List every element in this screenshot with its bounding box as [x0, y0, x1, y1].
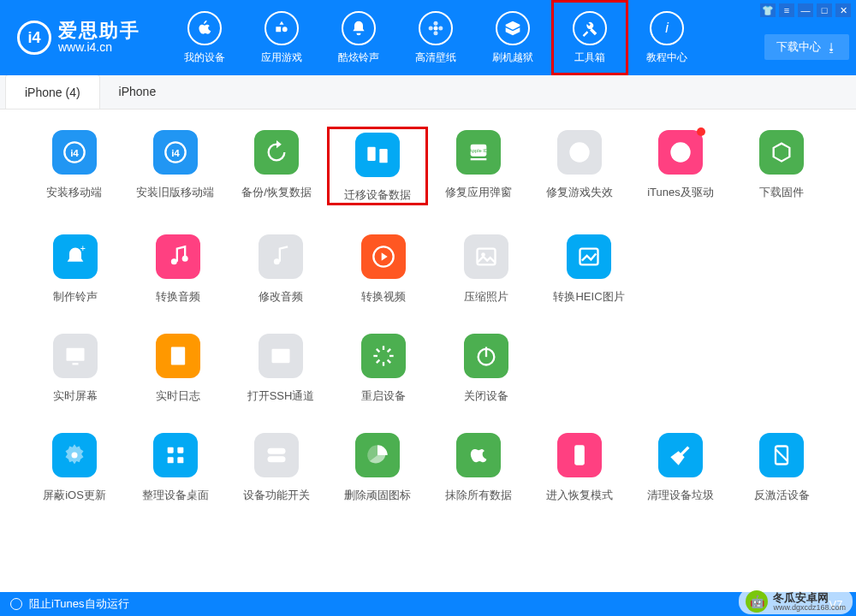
- tool-heic[interactable]: 转换HEIC图片: [538, 231, 640, 305]
- nav-bell[interactable]: 酷炫铃声: [320, 0, 397, 75]
- appstore-icon: [557, 130, 602, 175]
- tool-gear[interactable]: 屏蔽iOS更新: [24, 429, 125, 503]
- tool-label: 转换HEIC图片: [553, 289, 624, 305]
- nav-label: 刷机越狱: [492, 50, 533, 65]
- nav-label: 教程中心: [646, 50, 687, 65]
- deactivate-icon: [759, 433, 804, 477]
- nav-tools[interactable]: 工具箱: [551, 0, 628, 75]
- ssh-icon: [259, 334, 303, 378]
- logo-icon: [153, 130, 198, 175]
- transfer-icon: [355, 133, 400, 177]
- device-tab[interactable]: iPhone (4): [5, 74, 100, 109]
- nav-apps[interactable]: 应用游戏: [243, 0, 320, 75]
- nav-info[interactable]: 教程中心: [628, 0, 705, 75]
- flower-icon: [419, 11, 453, 45]
- tool-itunes[interactable]: iTunes及驱动: [630, 127, 731, 205]
- tool-label: 实时日志: [156, 388, 200, 404]
- tool-transfer[interactable]: 迁移设备数据: [327, 127, 428, 205]
- itunes-icon: [658, 130, 703, 175]
- shirt-icon[interactable]: 👕: [760, 3, 776, 17]
- minimize-button[interactable]: —: [798, 3, 813, 17]
- tool-bellplus[interactable]: 制作铃声: [24, 231, 127, 305]
- info-icon: [650, 11, 684, 45]
- logo-icon: i4: [17, 21, 51, 55]
- nav-flower[interactable]: 高清壁纸: [397, 0, 474, 75]
- tools-icon: [573, 11, 607, 45]
- watermark-icon: 🤖: [746, 590, 768, 613]
- tool-monitor[interactable]: 实时屏幕: [24, 330, 127, 404]
- restore-icon: [254, 130, 299, 175]
- download-center-label: 下载中心: [776, 39, 821, 55]
- tool-label: 下载固件: [759, 185, 804, 200]
- app-logo: i4 爱思助手 www.i4.cn: [17, 21, 140, 55]
- tool-label: 打开SSH通道: [247, 388, 315, 404]
- log-icon: [156, 334, 200, 378]
- nav-box[interactable]: 刷机越狱: [474, 0, 551, 75]
- heic-icon: [567, 234, 611, 279]
- tool-music[interactable]: 转换音频: [127, 231, 229, 305]
- broom-icon: [658, 433, 703, 477]
- device-tab[interactable]: iPhone: [100, 74, 175, 109]
- status-indicator-icon: [10, 598, 22, 610]
- tool-label: 实时屏幕: [53, 388, 98, 404]
- menu-button[interactable]: ≡: [779, 3, 794, 17]
- tool-label: 迁移设备数据: [344, 187, 411, 203]
- tool-image[interactable]: 压缩照片: [435, 231, 538, 305]
- nav-label: 我的设备: [184, 50, 225, 65]
- tool-applebite[interactable]: 抹除所有数据: [428, 429, 529, 503]
- phone-icon: [557, 433, 602, 477]
- tool-logo[interactable]: 安装旧版移动端: [125, 127, 226, 205]
- tool-deactivate[interactable]: 反激活设备: [731, 429, 832, 503]
- tool-appleid[interactable]: 修复应用弹窗: [428, 127, 529, 205]
- download-center-button[interactable]: 下载中心 ⭳: [764, 34, 849, 60]
- tool-label: iTunes及驱动: [647, 185, 714, 200]
- watermark: 🤖 冬瓜安卓网 www.dgxcdz168.com: [739, 589, 853, 614]
- tool-ssh[interactable]: 打开SSH通道: [229, 330, 332, 404]
- status-bar: 阻止iTunes自动运行 V7.: [0, 592, 856, 616]
- monitor-icon: [53, 334, 98, 378]
- tool-log[interactable]: 实时日志: [127, 330, 229, 404]
- tool-label: 设备功能开关: [243, 488, 310, 503]
- tool-broom[interactable]: 清理设备垃圾: [630, 429, 731, 503]
- apple-icon: [187, 11, 222, 45]
- tool-label: 反激活设备: [754, 488, 810, 503]
- tool-label: 删除顽固图标: [344, 488, 411, 503]
- tool-cube[interactable]: 下载固件: [731, 127, 832, 205]
- nav-label: 应用游戏: [261, 50, 302, 65]
- close-button[interactable]: ✕: [835, 3, 851, 17]
- tool-phone[interactable]: 进入恢复模式: [529, 429, 630, 503]
- tool-label: 安装旧版移动端: [136, 185, 214, 200]
- tool-power[interactable]: 关闭设备: [435, 330, 538, 404]
- tool-label: 屏蔽iOS更新: [43, 488, 106, 503]
- tool-appstore[interactable]: 修复游戏失效: [529, 127, 630, 205]
- header-bar: 👕 ≡ — □ ✕ i4 爱思助手 www.i4.cn 我的设备应用游戏酷炫铃声…: [0, 0, 856, 75]
- tool-loading[interactable]: 重启设备: [332, 330, 435, 404]
- tool-label: 转换音频: [156, 289, 200, 305]
- app-title: 爱思助手: [58, 21, 140, 41]
- bell-icon: [342, 11, 376, 45]
- download-icon: ⭳: [826, 41, 837, 54]
- musicedit-icon: [259, 234, 303, 279]
- app-url: www.i4.cn: [58, 41, 140, 54]
- bellplus-icon: [53, 234, 98, 279]
- tool-restore[interactable]: 备份/恢复数据: [226, 127, 327, 205]
- loading-icon: [361, 334, 406, 378]
- appleid-icon: [456, 130, 501, 175]
- nav-apple[interactable]: 我的设备: [166, 0, 243, 75]
- tool-label: 修改音频: [259, 289, 303, 305]
- tool-logo[interactable]: 安装移动端: [24, 127, 125, 205]
- grid-icon: [153, 433, 198, 477]
- image-icon: [464, 234, 508, 279]
- tool-musicedit[interactable]: 修改音频: [229, 231, 332, 305]
- tool-toggles[interactable]: 设备功能开关: [226, 429, 327, 503]
- tool-label: 修复应用弹窗: [445, 185, 512, 200]
- main-nav: 我的设备应用游戏酷炫铃声高清壁纸刷机越狱工具箱教程中心: [166, 0, 705, 75]
- tool-play[interactable]: 转换视频: [332, 231, 435, 305]
- tool-pie[interactable]: 删除顽固图标: [327, 429, 428, 503]
- maximize-button[interactable]: □: [817, 3, 832, 17]
- nav-label: 高清壁纸: [415, 50, 456, 65]
- tool-label: 抹除所有数据: [445, 488, 512, 503]
- nav-label: 酷炫铃声: [338, 50, 379, 65]
- itunes-block-toggle[interactable]: 阻止iTunes自动运行: [29, 596, 129, 612]
- tool-grid[interactable]: 整理设备桌面: [125, 429, 226, 503]
